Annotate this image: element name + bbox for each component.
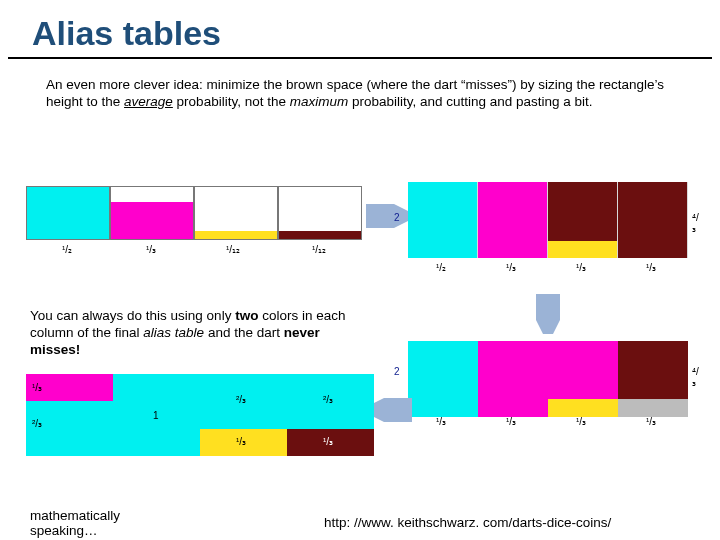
t: mathematically <box>30 508 120 523</box>
chart-scaled-average: 2 ⁴/₃ ¹/₂ ¹/₃ ¹/₃ ¹/₃ <box>408 182 688 277</box>
t: probability, and cutting and pasting a b… <box>348 94 592 109</box>
cell-bot-label: ¹/₃ <box>323 436 333 447</box>
tick: ¹/₃ <box>506 262 516 273</box>
intro-paragraph: An even more clever idea: minimize the b… <box>0 59 720 121</box>
side-label-right: ⁴/₃ <box>692 366 699 388</box>
chart-final-alias-table: ¹/₃ ²/₃ 1 ²/₃ ¹/₃ ²/₃ ¹/₃ <box>26 370 376 470</box>
tick: ¹/₂ <box>62 244 72 255</box>
t-alias: alias table <box>143 325 204 340</box>
cell-top-label: ¹/₃ <box>32 382 42 393</box>
second-paragraph: You can always do this using only two co… <box>30 308 350 359</box>
t: probability, not the <box>173 94 290 109</box>
bottom-note: mathematically speaking… <box>30 508 120 538</box>
cell-top-label: ²/₃ <box>323 394 333 405</box>
arrow-right-icon <box>366 204 408 228</box>
t: speaking… <box>30 523 98 538</box>
reference-link: http: //www. keithschwarz. com/darts-dic… <box>324 515 611 530</box>
tick: ¹/₃ <box>436 416 446 427</box>
page-title: Alias tables <box>8 0 712 59</box>
t-average: average <box>124 94 173 109</box>
chart-original-histogram: ¹/₂ ¹/₃ ¹/₁₂ ¹/₁₂ <box>26 182 366 254</box>
side-label-right: ⁴/₃ <box>692 212 699 234</box>
cell-bot-label: ²/₃ <box>32 418 42 429</box>
tick: ¹/₃ <box>506 416 516 427</box>
t-two: two <box>235 308 258 323</box>
t-maximum: maximum <box>290 94 349 109</box>
tick: ¹/₃ <box>146 244 156 255</box>
side-label-left: 2 <box>394 212 400 223</box>
tick: ¹/₃ <box>646 416 656 427</box>
tick: ¹/₂ <box>436 262 446 273</box>
cell-bot-label: ¹/₃ <box>236 436 246 447</box>
tick: ¹/₁₂ <box>312 244 326 255</box>
arrow-down-icon <box>536 294 560 334</box>
cell-top-label: ²/₃ <box>236 394 246 405</box>
t: You can always do this using only <box>30 308 235 323</box>
side-label-left: 2 <box>394 366 400 377</box>
tick: ¹/₃ <box>576 262 586 273</box>
tick: ¹/₁₂ <box>226 244 240 255</box>
t: and the dart <box>204 325 284 340</box>
chart-alias-step: 2 ⁴/₃ ¹/₃ ¹/₃ ¹/₃ ¹/₃ <box>408 336 688 431</box>
tick: ¹/₃ <box>646 262 656 273</box>
cell-label: 1 <box>153 410 159 421</box>
arrow-left-icon <box>370 398 412 422</box>
tick: ¹/₃ <box>576 416 586 427</box>
